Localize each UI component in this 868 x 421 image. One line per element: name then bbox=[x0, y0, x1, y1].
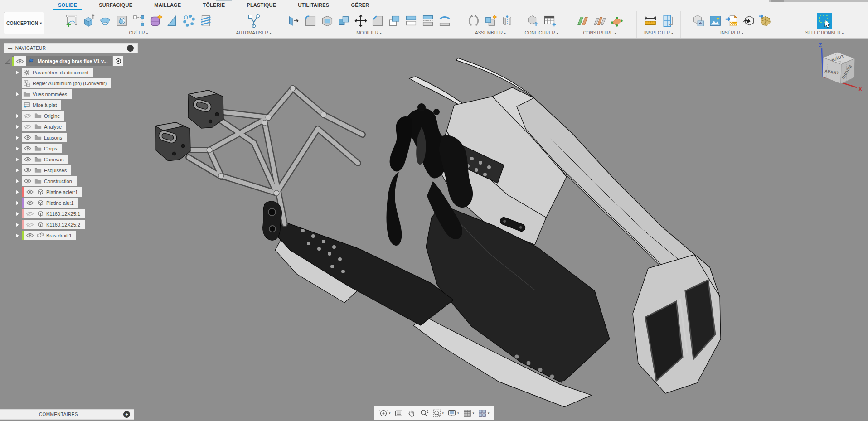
rib-button[interactable] bbox=[164, 12, 180, 29]
group-label-inspecter[interactable]: INSPECTER ▾ bbox=[644, 30, 673, 35]
configure-button[interactable] bbox=[525, 12, 541, 29]
section-analysis-button[interactable] bbox=[659, 12, 675, 29]
visibility-eye-icon[interactable] bbox=[22, 179, 33, 184]
extrude-button[interactable] bbox=[80, 12, 97, 29]
tab-solide[interactable]: SOLIDE bbox=[47, 0, 88, 11]
replace-face-button[interactable] bbox=[436, 12, 453, 29]
expand-arrow-icon[interactable] bbox=[4, 58, 12, 64]
orbit-button[interactable]: ▾ bbox=[377, 406, 393, 420]
grid-button[interactable]: ▾ bbox=[461, 406, 476, 420]
tree-item[interactable]: Canevas bbox=[4, 155, 140, 164]
group-label-inserer[interactable]: INSÉRER ▾ bbox=[720, 30, 743, 35]
group-label-automatiser[interactable]: AUTOMATISER ▾ bbox=[236, 30, 271, 35]
minimize-panel-button[interactable]: − bbox=[127, 45, 134, 52]
group-label-creer[interactable]: CRÉER ▾ bbox=[129, 30, 148, 35]
as-built-joint-button[interactable] bbox=[499, 12, 515, 29]
visibility-eye-icon[interactable] bbox=[24, 189, 35, 194]
expand-arrow-icon[interactable] bbox=[14, 146, 22, 151]
tree-item[interactable]: Vues nommées bbox=[4, 89, 140, 99]
tree-item[interactable]: Origine bbox=[4, 111, 140, 121]
viewports-button[interactable]: ▾ bbox=[476, 406, 491, 420]
tree-item[interactable]: K1160.12X25:2 bbox=[4, 220, 140, 229]
visibility-eye-icon[interactable] bbox=[22, 157, 33, 162]
press-pull-button[interactable] bbox=[286, 12, 302, 29]
revolve-button[interactable] bbox=[97, 12, 113, 29]
tab-tolerie[interactable]: TÔLERIE bbox=[192, 0, 236, 11]
plane-through-points-button[interactable] bbox=[608, 12, 625, 29]
expand-arrow-icon[interactable] bbox=[14, 113, 22, 119]
comments-bar[interactable]: COMMENTAIRES + bbox=[0, 409, 134, 420]
automate-button[interactable] bbox=[246, 12, 262, 29]
view-cube[interactable]: Z X HAUT AVANT DROITE bbox=[810, 39, 868, 97]
expand-arrow-icon[interactable] bbox=[14, 92, 22, 97]
expand-arrow-icon[interactable] bbox=[14, 233, 22, 238]
tree-item[interactable]: Paramètres du document bbox=[4, 68, 140, 77]
tree-item[interactable]: Construction bbox=[4, 176, 140, 186]
rectangular-pattern-button[interactable] bbox=[131, 12, 147, 29]
offset-plane-button[interactable] bbox=[575, 12, 591, 29]
tree-item[interactable]: Platine acier:1 bbox=[4, 187, 140, 197]
navigator-header[interactable]: ◀◀ NAVIGATEUR − bbox=[4, 43, 138, 53]
insert-mesh-button[interactable] bbox=[757, 12, 774, 29]
visibility-eye-icon[interactable] bbox=[22, 168, 33, 173]
configuration-table-button[interactable] bbox=[542, 12, 558, 29]
tree-item[interactable]: Règle: Aluminium (po) (Convertir) bbox=[4, 78, 140, 88]
joint-button[interactable] bbox=[466, 12, 482, 29]
expand-arrow-icon[interactable] bbox=[14, 157, 22, 162]
expand-arrow-icon[interactable] bbox=[14, 200, 22, 206]
split-face-button[interactable] bbox=[386, 12, 402, 29]
thread-button[interactable] bbox=[198, 12, 214, 29]
measure-button[interactable] bbox=[642, 12, 659, 29]
tree-item[interactable]: Analyse bbox=[4, 122, 140, 131]
move-button[interactable] bbox=[353, 12, 369, 29]
group-label-assembler[interactable]: ASSEMBLER ▾ bbox=[475, 30, 506, 35]
add-comment-button[interactable]: + bbox=[123, 411, 130, 418]
visibility-eye-off-icon[interactable] bbox=[22, 124, 33, 130]
zoom-button[interactable] bbox=[418, 406, 431, 420]
insert-mcmaster-button[interactable] bbox=[741, 12, 757, 29]
look-at-button[interactable] bbox=[393, 406, 405, 420]
midplane-button[interactable] bbox=[592, 12, 608, 29]
expand-arrow-icon[interactable] bbox=[14, 179, 22, 184]
expand-arrow-icon[interactable] bbox=[14, 124, 22, 130]
new-component-button[interactable] bbox=[482, 12, 499, 29]
combine-button[interactable] bbox=[336, 12, 352, 29]
collapse-panel-icon[interactable]: ◀◀ bbox=[8, 47, 12, 50]
tree-item[interactable]: Esquisses bbox=[4, 165, 140, 175]
expand-arrow-icon[interactable] bbox=[14, 70, 22, 75]
tree-item[interactable]: Platine alu:1 bbox=[4, 198, 140, 208]
visibility-eye-off-icon[interactable] bbox=[24, 211, 35, 217]
tree-item[interactable]: Mise à plat bbox=[4, 100, 140, 110]
group-label-selectionner[interactable]: SÉLECTIONNER ▾ bbox=[805, 30, 844, 35]
visibility-eye-icon[interactable] bbox=[24, 200, 35, 205]
expand-arrow-icon[interactable] bbox=[14, 222, 22, 227]
expand-arrow-icon[interactable] bbox=[14, 189, 22, 195]
expand-arrow-icon[interactable] bbox=[14, 168, 22, 173]
split-body-button[interactable] bbox=[403, 12, 419, 29]
expand-arrow-icon[interactable] bbox=[14, 211, 22, 217]
tree-item[interactable]: Liaisons bbox=[4, 133, 140, 142]
pan-button[interactable] bbox=[405, 406, 418, 420]
visibility-eye-off-icon[interactable] bbox=[24, 222, 35, 227]
create-sketch-button[interactable] bbox=[63, 12, 80, 29]
tab-plastique[interactable]: PLASTIQUE bbox=[236, 0, 287, 11]
visibility-eye-icon[interactable] bbox=[22, 146, 33, 151]
select-button[interactable] bbox=[815, 12, 834, 30]
visibility-eye-icon[interactable] bbox=[22, 135, 33, 140]
tab-gerer[interactable]: GÉRER bbox=[340, 0, 380, 11]
offset-face-button[interactable] bbox=[420, 12, 436, 29]
visibility-eye-icon[interactable] bbox=[14, 56, 26, 66]
insert-canvas-button[interactable] bbox=[707, 12, 723, 29]
group-label-modifier[interactable]: MODIFIER ▾ bbox=[356, 30, 382, 35]
group-label-configurer[interactable]: CONFIGURER ▾ bbox=[524, 30, 558, 35]
tab-maillage[interactable]: MAILLAGE bbox=[143, 0, 192, 11]
isolate-radio-button[interactable] bbox=[113, 56, 123, 66]
visibility-eye-off-icon[interactable] bbox=[22, 113, 33, 119]
tab-surfacique[interactable]: SURFACIQUE bbox=[88, 0, 143, 11]
tree-item[interactable]: Bras droit:1 bbox=[4, 231, 140, 240]
group-label-construire[interactable]: CONSTRUIRE ▾ bbox=[583, 30, 616, 35]
expand-arrow-icon[interactable] bbox=[14, 135, 22, 140]
shell-button[interactable] bbox=[319, 12, 335, 29]
tree-item[interactable]: K1160.12X25:1 bbox=[4, 209, 140, 218]
tree-root-item[interactable]: Montage drag bras fixe V1 v... bbox=[4, 56, 140, 66]
